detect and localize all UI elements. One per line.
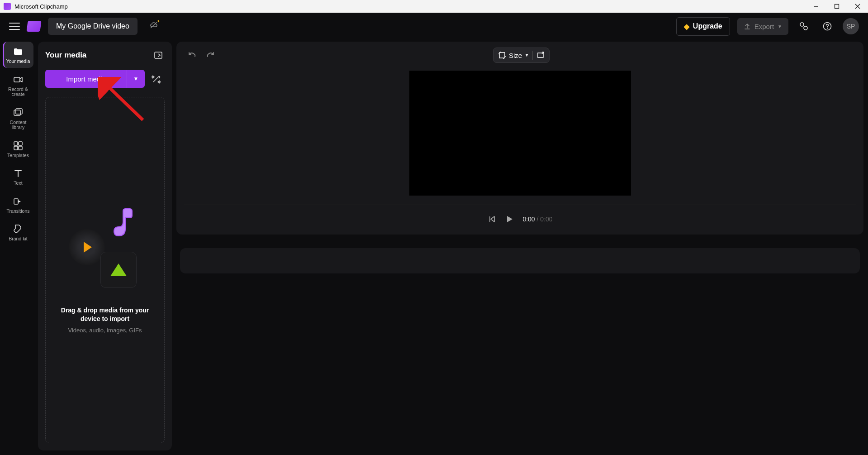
- crop-icon: [498, 51, 506, 59]
- svg-rect-15: [19, 146, 22, 150]
- sync-status-icon[interactable]: [148, 20, 161, 32]
- rail-label: Transitions: [7, 209, 30, 214]
- svg-point-8: [827, 28, 828, 29]
- svg-point-6: [804, 26, 807, 30]
- camera-icon: [13, 74, 24, 85]
- svg-point-5: [800, 23, 804, 26]
- undo-button[interactable]: [184, 47, 200, 63]
- timecode-total: 0:00: [540, 216, 552, 223]
- user-avatar[interactable]: SP: [843, 18, 859, 34]
- panel-title: Your media: [45, 51, 86, 60]
- fit-frame-button[interactable]: [536, 51, 545, 59]
- maximize-button[interactable]: [826, 0, 847, 13]
- top-bar: My Google Drive video ◆ Upgrade Export ▼…: [0, 13, 868, 40]
- settings-button[interactable]: [796, 18, 812, 34]
- chevron-down-icon: ▼: [525, 53, 529, 57]
- svg-rect-1: [835, 5, 839, 9]
- left-rail: Your media Record & create Content libra…: [0, 40, 36, 455]
- timeline-track[interactable]: [180, 248, 860, 273]
- rail-content-library[interactable]: Content library: [3, 103, 33, 134]
- rail-templates[interactable]: Templates: [3, 136, 33, 162]
- chevron-down-icon: ▼: [778, 24, 782, 29]
- rail-label: Brand kit: [9, 236, 27, 242]
- rail-text[interactable]: Text: [3, 163, 33, 190]
- media-illustration: [69, 206, 141, 288]
- skip-back-button[interactable]: [487, 215, 496, 224]
- rail-your-media[interactable]: Your media: [3, 42, 33, 68]
- svg-rect-13: [19, 142, 22, 145]
- diamond-icon: ◆: [684, 22, 689, 31]
- panel-expand-button[interactable]: [152, 49, 165, 62]
- media-dropzone[interactable]: Drag & drop media from your device to im…: [45, 97, 165, 443]
- clipchamp-logo-icon: [26, 21, 41, 32]
- svg-rect-11: [16, 109, 22, 114]
- export-button[interactable]: Export ▼: [737, 18, 788, 35]
- window-controls: [806, 0, 868, 13]
- rail-label: Content library: [5, 120, 32, 130]
- transitions-icon: [13, 196, 24, 207]
- rail-transitions[interactable]: Transitions: [3, 192, 33, 218]
- timecode: 0:00 / 0:00: [522, 216, 552, 223]
- rail-label: Record & create: [5, 87, 32, 97]
- svg-rect-10: [14, 110, 20, 115]
- project-title-input[interactable]: My Google Drive video: [48, 18, 138, 35]
- expand-icon: [536, 51, 545, 59]
- library-icon: [13, 107, 24, 118]
- folder-icon: [13, 46, 24, 57]
- preview-panel: Size ▼: [176, 42, 863, 235]
- editor-area: Size ▼: [176, 42, 863, 450]
- size-controls: Size ▼: [493, 48, 550, 63]
- size-label: Size: [509, 52, 522, 59]
- rail-record-create[interactable]: Record & create: [3, 70, 33, 101]
- play-button[interactable]: [504, 214, 514, 224]
- help-button[interactable]: [819, 18, 835, 34]
- export-label: Export: [754, 23, 774, 30]
- ai-tools-button[interactable]: [148, 70, 165, 88]
- dropzone-title: Drag & drop media from your device to im…: [55, 306, 155, 323]
- app-title: Microsoft Clipchamp: [14, 3, 68, 10]
- rail-label: Templates: [7, 153, 29, 158]
- aspect-ratio-button[interactable]: Size ▼: [498, 51, 529, 59]
- rail-label: Your media: [6, 59, 30, 64]
- import-media-dropdown-button[interactable]: ▼: [127, 70, 145, 88]
- hamburger-menu-button[interactable]: [9, 21, 20, 32]
- svg-rect-9: [14, 77, 20, 82]
- upgrade-label: Upgrade: [693, 22, 722, 30]
- close-button[interactable]: [847, 0, 868, 13]
- minimize-button[interactable]: [806, 0, 826, 13]
- video-canvas[interactable]: [409, 71, 631, 196]
- svg-rect-12: [14, 142, 18, 145]
- templates-icon: [13, 140, 24, 151]
- timecode-current: 0:00: [522, 216, 535, 223]
- text-icon: [13, 168, 24, 179]
- rail-brand-kit[interactable]: Brand kit: [3, 219, 33, 245]
- brand-kit-icon: [13, 224, 24, 235]
- import-media-button-group: Import media ▼: [45, 70, 145, 88]
- timeline-area: [176, 235, 863, 450]
- import-media-button[interactable]: Import media: [45, 70, 127, 88]
- upload-icon: [744, 23, 751, 30]
- rail-label: Text: [14, 181, 22, 186]
- upgrade-button[interactable]: ◆ Upgrade: [676, 17, 730, 36]
- transport-bar: 0:00 / 0:00: [184, 205, 856, 225]
- title-bar: Microsoft Clipchamp: [0, 0, 868, 13]
- your-media-panel: Your media Import media ▼: [38, 42, 172, 450]
- svg-rect-18: [499, 53, 505, 58]
- redo-button[interactable]: [203, 47, 219, 63]
- svg-rect-16: [14, 199, 18, 204]
- app-icon: [4, 3, 11, 10]
- svg-rect-17: [155, 52, 162, 58]
- svg-line-4: [151, 22, 157, 28]
- chevron-down-icon: ▼: [133, 76, 139, 82]
- svg-rect-14: [14, 146, 18, 150]
- dropzone-subtitle: Videos, audio, images, GIFs: [68, 327, 142, 334]
